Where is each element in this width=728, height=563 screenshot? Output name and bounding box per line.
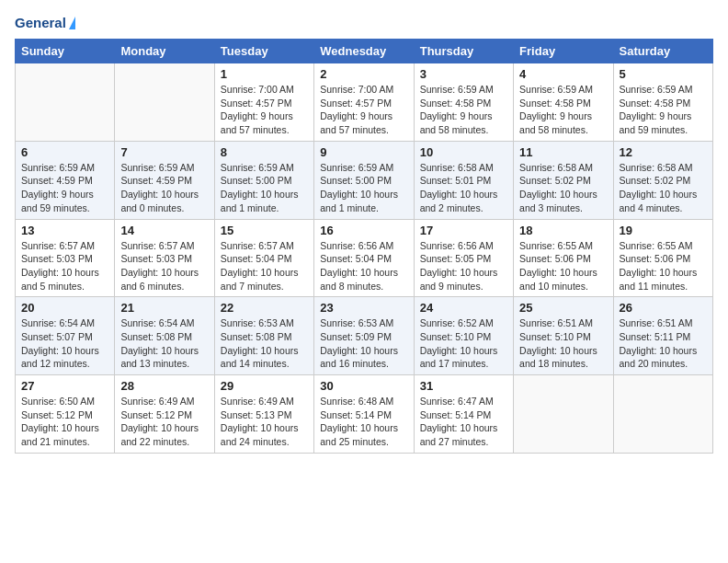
logo-triangle — [69, 17, 75, 29]
day-info: Sunrise: 6:49 AM Sunset: 5:13 PM Dayligh… — [221, 395, 308, 449]
day-info: Sunrise: 6:47 AM Sunset: 5:14 PM Dayligh… — [420, 395, 507, 449]
day-number: 28 — [120, 379, 208, 393]
calendar-cell: 14Sunrise: 6:57 AM Sunset: 5:03 PM Dayli… — [115, 219, 214, 297]
day-number: 26 — [620, 301, 707, 315]
day-header-wednesday: Wednesday — [314, 40, 414, 63]
day-number: 14 — [120, 224, 208, 237]
day-number: 23 — [320, 301, 407, 315]
day-info: Sunrise: 6:57 AM Sunset: 5:04 PM Dayligh… — [221, 239, 308, 293]
day-number: 1 — [221, 67, 308, 81]
day-info: Sunrise: 6:57 AM Sunset: 5:03 PM Dayligh… — [120, 239, 208, 293]
calendar-cell: 1Sunrise: 7:00 AM Sunset: 4:57 PM Daylig… — [214, 63, 313, 142]
day-number: 27 — [21, 379, 108, 393]
calendar-header-row: SundayMondayTuesdayWednesdayThursdayFrid… — [16, 40, 713, 63]
calendar-cell: 12Sunrise: 6:58 AM Sunset: 5:02 PM Dayli… — [613, 141, 712, 219]
logo: General — [15, 15, 75, 31]
calendar-cell: 30Sunrise: 6:48 AM Sunset: 5:14 PM Dayli… — [314, 375, 414, 454]
calendar-cell: 6Sunrise: 6:59 AM Sunset: 4:59 PM Daylig… — [16, 141, 115, 219]
day-info: Sunrise: 6:59 AM Sunset: 4:58 PM Dayligh… — [519, 83, 607, 137]
day-info: Sunrise: 6:53 AM Sunset: 5:08 PM Dayligh… — [221, 316, 308, 371]
calendar-cell: 20Sunrise: 6:54 AM Sunset: 5:07 PM Dayli… — [16, 297, 115, 375]
calendar-cell: 3Sunrise: 6:59 AM Sunset: 4:58 PM Daylig… — [414, 63, 513, 142]
calendar-cell: 19Sunrise: 6:55 AM Sunset: 5:06 PM Dayli… — [613, 219, 712, 297]
calendar-cell: 25Sunrise: 6:51 AM Sunset: 5:10 PM Dayli… — [514, 297, 613, 375]
day-number: 10 — [420, 145, 507, 159]
calendar-cell: 17Sunrise: 6:56 AM Sunset: 5:05 PM Dayli… — [414, 219, 513, 297]
day-info: Sunrise: 6:49 AM Sunset: 5:12 PM Dayligh… — [120, 395, 208, 449]
day-number: 16 — [320, 224, 407, 237]
day-number: 30 — [320, 379, 407, 393]
calendar-cell: 8Sunrise: 6:59 AM Sunset: 5:00 PM Daylig… — [214, 141, 313, 219]
day-info: Sunrise: 6:59 AM Sunset: 4:58 PM Dayligh… — [420, 83, 507, 137]
calendar-week-row: 13Sunrise: 6:57 AM Sunset: 5:03 PM Dayli… — [16, 219, 713, 297]
day-number: 21 — [120, 301, 208, 315]
calendar-cell: 22Sunrise: 6:53 AM Sunset: 5:08 PM Dayli… — [214, 297, 313, 375]
day-header-thursday: Thursday — [414, 40, 513, 63]
day-number: 25 — [519, 301, 607, 315]
calendar-table: SundayMondayTuesdayWednesdayThursdayFrid… — [15, 39, 713, 454]
day-info: Sunrise: 6:58 AM Sunset: 5:01 PM Dayligh… — [420, 161, 507, 215]
calendar-cell: 24Sunrise: 6:52 AM Sunset: 5:10 PM Dayli… — [414, 297, 513, 375]
calendar-cell — [514, 375, 613, 454]
day-number: 15 — [221, 224, 308, 237]
day-info: Sunrise: 6:51 AM Sunset: 5:10 PM Dayligh… — [519, 316, 607, 371]
calendar-cell: 16Sunrise: 6:56 AM Sunset: 5:04 PM Dayli… — [314, 219, 414, 297]
day-info: Sunrise: 6:56 AM Sunset: 5:05 PM Dayligh… — [420, 239, 507, 293]
day-header-sunday: Sunday — [16, 40, 115, 63]
logo-general: General — [15, 15, 66, 31]
day-info: Sunrise: 6:59 AM Sunset: 4:58 PM Dayligh… — [620, 83, 707, 137]
calendar-cell: 29Sunrise: 6:49 AM Sunset: 5:13 PM Dayli… — [214, 375, 313, 454]
day-info: Sunrise: 6:59 AM Sunset: 5:00 PM Dayligh… — [221, 161, 308, 215]
calendar-cell: 7Sunrise: 6:59 AM Sunset: 4:59 PM Daylig… — [115, 141, 214, 219]
calendar-cell: 18Sunrise: 6:55 AM Sunset: 5:06 PM Dayli… — [514, 219, 613, 297]
calendar-cell: 28Sunrise: 6:49 AM Sunset: 5:12 PM Dayli… — [115, 375, 214, 454]
day-info: Sunrise: 6:55 AM Sunset: 5:06 PM Dayligh… — [519, 239, 607, 293]
calendar-week-row: 27Sunrise: 6:50 AM Sunset: 5:12 PM Dayli… — [16, 375, 713, 454]
calendar-cell: 15Sunrise: 6:57 AM Sunset: 5:04 PM Dayli… — [214, 219, 313, 297]
calendar-week-row: 1Sunrise: 7:00 AM Sunset: 4:57 PM Daylig… — [16, 63, 713, 142]
day-number: 4 — [519, 67, 607, 81]
day-info: Sunrise: 6:54 AM Sunset: 5:08 PM Dayligh… — [120, 316, 208, 371]
day-number: 24 — [420, 301, 507, 315]
day-number: 18 — [519, 224, 607, 237]
calendar-cell: 4Sunrise: 6:59 AM Sunset: 4:58 PM Daylig… — [514, 63, 613, 142]
calendar-cell: 26Sunrise: 6:51 AM Sunset: 5:11 PM Dayli… — [613, 297, 712, 375]
calendar-week-row: 6Sunrise: 6:59 AM Sunset: 4:59 PM Daylig… — [16, 141, 713, 219]
day-info: Sunrise: 6:57 AM Sunset: 5:03 PM Dayligh… — [21, 239, 108, 293]
day-number: 29 — [221, 379, 308, 393]
day-info: Sunrise: 7:00 AM Sunset: 4:57 PM Dayligh… — [320, 83, 407, 137]
day-number: 6 — [21, 145, 108, 159]
calendar-cell: 9Sunrise: 6:59 AM Sunset: 5:00 PM Daylig… — [314, 141, 414, 219]
day-info: Sunrise: 7:00 AM Sunset: 4:57 PM Dayligh… — [221, 83, 308, 137]
day-number: 20 — [21, 301, 108, 315]
day-number: 7 — [120, 145, 208, 159]
day-info: Sunrise: 6:54 AM Sunset: 5:07 PM Dayligh… — [21, 316, 108, 371]
day-info: Sunrise: 6:59 AM Sunset: 4:59 PM Dayligh… — [120, 161, 208, 215]
day-number: 2 — [320, 67, 407, 81]
calendar-cell: 27Sunrise: 6:50 AM Sunset: 5:12 PM Dayli… — [16, 375, 115, 454]
calendar-cell — [613, 375, 712, 454]
day-number: 8 — [221, 145, 308, 159]
day-number: 31 — [420, 379, 507, 393]
calendar-cell: 31Sunrise: 6:47 AM Sunset: 5:14 PM Dayli… — [414, 375, 513, 454]
day-number: 11 — [519, 145, 607, 159]
day-number: 5 — [620, 67, 707, 81]
day-number: 3 — [420, 67, 507, 81]
calendar-week-row: 20Sunrise: 6:54 AM Sunset: 5:07 PM Dayli… — [16, 297, 713, 375]
day-number: 9 — [320, 145, 407, 159]
calendar-cell: 10Sunrise: 6:58 AM Sunset: 5:01 PM Dayli… — [414, 141, 513, 219]
day-header-friday: Friday — [514, 40, 613, 63]
day-header-monday: Monday — [115, 40, 214, 63]
day-header-saturday: Saturday — [613, 40, 712, 63]
calendar-cell: 21Sunrise: 6:54 AM Sunset: 5:08 PM Dayli… — [115, 297, 214, 375]
calendar-cell: 11Sunrise: 6:58 AM Sunset: 5:02 PM Dayli… — [514, 141, 613, 219]
day-info: Sunrise: 6:50 AM Sunset: 5:12 PM Dayligh… — [21, 395, 108, 449]
calendar-cell: 5Sunrise: 6:59 AM Sunset: 4:58 PM Daylig… — [613, 63, 712, 142]
day-info: Sunrise: 6:59 AM Sunset: 5:00 PM Dayligh… — [320, 161, 407, 215]
day-number: 12 — [620, 145, 707, 159]
day-number: 19 — [620, 224, 707, 237]
calendar-cell: 2Sunrise: 7:00 AM Sunset: 4:57 PM Daylig… — [314, 63, 414, 142]
day-info: Sunrise: 6:58 AM Sunset: 5:02 PM Dayligh… — [519, 161, 607, 215]
day-info: Sunrise: 6:52 AM Sunset: 5:10 PM Dayligh… — [420, 316, 507, 371]
day-info: Sunrise: 6:56 AM Sunset: 5:04 PM Dayligh… — [320, 239, 407, 293]
